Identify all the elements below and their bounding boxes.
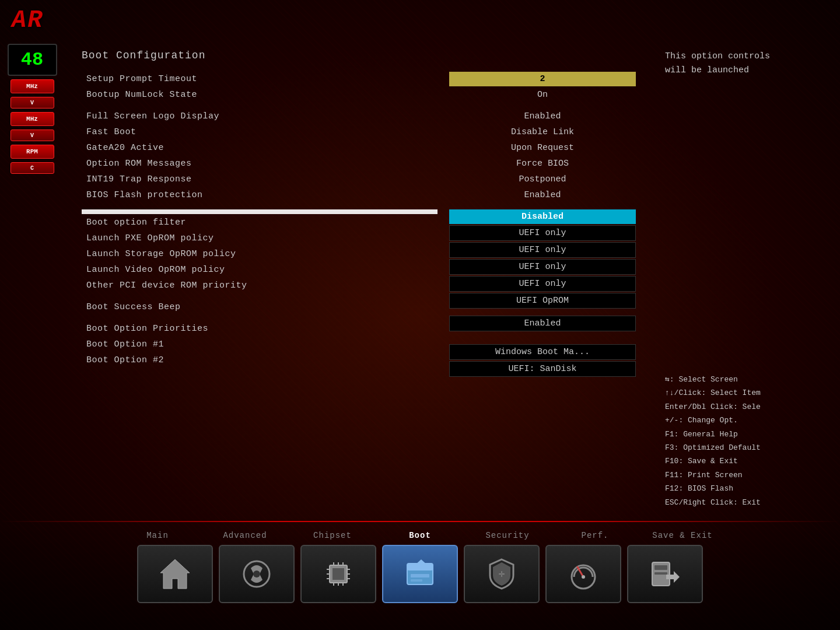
divider: [0, 521, 840, 522]
v-button-2[interactable]: V: [10, 130, 54, 141]
value-boot-priorities-empty: [449, 338, 636, 343]
value-launch-video: UEFI only: [449, 276, 636, 292]
svg-marker-0: [160, 559, 190, 589]
separator-3: [82, 294, 438, 299]
key-esc: ESC/Right Click: Exit: [665, 496, 828, 509]
setting-launch-storage[interactable]: Launch Storage OpROM policy: [82, 247, 438, 261]
separator-2: [82, 204, 438, 208]
key-f10: F10: Save & Exit: [665, 454, 828, 468]
home-icon: [158, 556, 192, 592]
settings-right: 2 On Enabled Disable Link Upon Request F…: [449, 72, 636, 509]
v-button-1[interactable]: V: [10, 97, 54, 108]
value-full-screen: Enabled: [449, 109, 636, 124]
nav-label-security: Security: [464, 531, 551, 540]
svg-rect-19: [411, 574, 429, 578]
svg-marker-21: [415, 559, 427, 565]
key-f11: F11: Print Screen: [665, 468, 828, 482]
value-launch-pxe: UEFI only: [449, 242, 636, 258]
nav-label-boot: Boot: [376, 531, 464, 540]
nav-icon-main[interactable]: [137, 545, 213, 603]
value-int19: Postponed: [449, 172, 636, 187]
value-bootup-numlock: On: [449, 88, 636, 102]
svg-text:✛: ✛: [499, 568, 505, 580]
value-setup-prompt[interactable]: 2: [449, 72, 636, 86]
nav-icon-chipset[interactable]: [300, 545, 376, 603]
key-f3: F3: Optimized Default: [665, 441, 828, 454]
settings-table: Setup Prompt Timeout Bootup NumLock Stat…: [82, 72, 636, 509]
key-help: ⇆: Select Screen ↑↓/Click: Select Item E…: [665, 373, 828, 509]
perf-icon: [566, 556, 601, 592]
value-boot-option-1: Windows Boot Ma...: [449, 344, 636, 360]
svg-rect-28: [654, 572, 667, 575]
key-f12: F12: BIOS Flash: [665, 482, 828, 495]
value-bios-flash: Enabled: [449, 188, 636, 202]
value-selected: Disabled: [449, 209, 636, 224]
exit-icon: [648, 556, 682, 592]
setting-launch-video[interactable]: Launch Video OpROM policy: [82, 262, 438, 277]
nav-icon-save-exit[interactable]: [627, 545, 703, 603]
setting-bootup-numlock[interactable]: Bootup NumLock State: [82, 88, 438, 102]
value-other-pci: UEFI OpROM: [449, 293, 636, 309]
separator-1: [82, 103, 438, 108]
wrench-icon: [239, 556, 274, 592]
bios-content: Boot Configuration Setup Prompt Timeout …: [64, 41, 653, 518]
nav-icon-perf[interactable]: [545, 545, 621, 603]
setting-other-pci[interactable]: Other PCI device ROM priority: [82, 278, 438, 293]
key-select-item: ↑↓/Click: Select Item: [665, 386, 828, 400]
setting-boot-priorities-label: Boot Option Priorities: [82, 321, 438, 336]
nav-label-save-exit: Save & Exit: [639, 531, 726, 540]
key-change: +/-: Change Opt.: [665, 414, 828, 427]
separator-4: [82, 316, 438, 320]
value-launch-storage: UEFI only: [449, 259, 636, 275]
mhz-button-2[interactable]: MHz: [10, 112, 54, 126]
nav-icon-advanced[interactable]: [219, 545, 295, 603]
setting-launch-pxe[interactable]: Launch PXE OpROM policy: [82, 231, 438, 246]
svg-rect-27: [654, 565, 667, 570]
setting-selected-row[interactable]: [82, 209, 438, 214]
key-f1: F1: General Help: [665, 428, 828, 441]
help-text: This option controlswill be launched: [665, 50, 828, 78]
c-button[interactable]: C: [10, 162, 54, 174]
right-panel: This option controlswill be launched ⇆: …: [653, 41, 840, 518]
nav-icon-boot[interactable]: [382, 545, 458, 603]
svg-rect-4: [332, 568, 344, 580]
setting-option-rom[interactable]: Option ROM Messages: [82, 156, 438, 171]
value-boot-beep: Enabled: [449, 316, 636, 331]
logo: AR: [12, 6, 43, 34]
mhz-button-1[interactable]: MHz: [10, 79, 54, 93]
section-title: Boot Configuration: [82, 50, 636, 61]
nav-label-main: Main: [114, 531, 201, 540]
setting-boot-option-1[interactable]: Boot Option #1: [82, 337, 438, 352]
nav-labels: Main Advanced Chipset Boot Security Perf…: [99, 531, 741, 540]
svg-rect-20: [411, 579, 422, 582]
rpm-button[interactable]: RPM: [10, 145, 54, 159]
nav-label-perf: Perf.: [551, 531, 639, 540]
gauge-value: 48: [8, 44, 57, 76]
setting-boot-option-filter[interactable]: Boot option filter: [82, 215, 438, 230]
key-enter: Enter/Dbl Click: Sele: [665, 400, 828, 414]
chip-icon: [321, 556, 356, 592]
value-gatea20: Upon Request: [449, 141, 636, 155]
nav-icons: ✛: [137, 545, 703, 603]
left-sidebar: 48 MHz V MHz V RPM C: [0, 41, 64, 518]
nav-icon-security[interactable]: ✛: [464, 545, 540, 603]
nav-label-chipset: Chipset: [289, 531, 376, 540]
setting-boot-beep[interactable]: Boot Success Beep: [82, 300, 438, 314]
value-boot-filter: UEFI only: [449, 225, 636, 241]
settings-left: Setup Prompt Timeout Bootup NumLock Stat…: [82, 72, 438, 509]
svg-point-2: [253, 570, 260, 578]
key-select-screen: ⇆: Select Screen: [665, 373, 828, 386]
boot-icon: [402, 556, 438, 592]
bottom-nav: Main Advanced Chipset Boot Security Perf…: [0, 525, 840, 630]
shield-icon: ✛: [484, 556, 519, 592]
setting-int19[interactable]: INT19 Trap Response: [82, 172, 438, 187]
svg-point-25: [582, 575, 585, 579]
setting-fast-boot[interactable]: Fast Boot: [82, 125, 438, 139]
value-boot-option-2: UEFI: SanDisk: [449, 361, 636, 377]
setting-gatea20[interactable]: GateA20 Active: [82, 141, 438, 155]
setting-bios-flash[interactable]: BIOS Flash protection: [82, 188, 438, 202]
setting-full-screen[interactable]: Full Screen Logo Display: [82, 109, 438, 124]
setting-boot-option-2[interactable]: Boot Option #2: [82, 353, 438, 368]
nav-label-advanced: Advanced: [201, 531, 289, 540]
setting-setup-prompt[interactable]: Setup Prompt Timeout: [82, 72, 438, 86]
